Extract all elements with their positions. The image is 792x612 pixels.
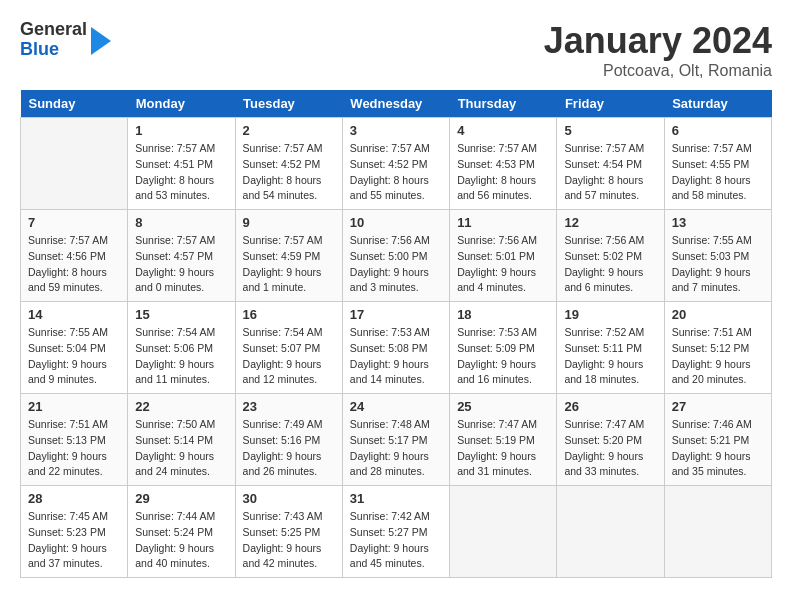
day-number: 1 <box>135 123 227 138</box>
calendar-day-cell <box>21 118 128 210</box>
day-info: Sunrise: 7:47 AMSunset: 5:19 PMDaylight:… <box>457 417 549 480</box>
day-info: Sunrise: 7:57 AMSunset: 4:55 PMDaylight:… <box>672 141 764 204</box>
day-number: 20 <box>672 307 764 322</box>
calendar-day-cell: 22Sunrise: 7:50 AMSunset: 5:14 PMDayligh… <box>128 394 235 486</box>
day-number: 22 <box>135 399 227 414</box>
day-info: Sunrise: 7:53 AMSunset: 5:08 PMDaylight:… <box>350 325 442 388</box>
day-number: 28 <box>28 491 120 506</box>
day-info: Sunrise: 7:43 AMSunset: 5:25 PMDaylight:… <box>243 509 335 572</box>
calendar-day-cell: 20Sunrise: 7:51 AMSunset: 5:12 PMDayligh… <box>664 302 771 394</box>
calendar-day-cell: 31Sunrise: 7:42 AMSunset: 5:27 PMDayligh… <box>342 486 449 578</box>
weekday-header: Thursday <box>450 90 557 118</box>
day-number: 7 <box>28 215 120 230</box>
day-number: 6 <box>672 123 764 138</box>
day-number: 30 <box>243 491 335 506</box>
day-number: 5 <box>564 123 656 138</box>
day-number: 25 <box>457 399 549 414</box>
weekday-header: Sunday <box>21 90 128 118</box>
day-number: 27 <box>672 399 764 414</box>
calendar-day-cell: 18Sunrise: 7:53 AMSunset: 5:09 PMDayligh… <box>450 302 557 394</box>
day-info: Sunrise: 7:55 AMSunset: 5:04 PMDaylight:… <box>28 325 120 388</box>
calendar-day-cell: 14Sunrise: 7:55 AMSunset: 5:04 PMDayligh… <box>21 302 128 394</box>
logo: General Blue <box>20 20 111 60</box>
calendar-day-cell: 9Sunrise: 7:57 AMSunset: 4:59 PMDaylight… <box>235 210 342 302</box>
day-info: Sunrise: 7:52 AMSunset: 5:11 PMDaylight:… <box>564 325 656 388</box>
weekday-header-row: SundayMondayTuesdayWednesdayThursdayFrid… <box>21 90 772 118</box>
day-info: Sunrise: 7:56 AMSunset: 5:01 PMDaylight:… <box>457 233 549 296</box>
calendar-day-cell <box>664 486 771 578</box>
day-info: Sunrise: 7:56 AMSunset: 5:02 PMDaylight:… <box>564 233 656 296</box>
day-number: 19 <box>564 307 656 322</box>
day-number: 24 <box>350 399 442 414</box>
calendar-day-cell: 27Sunrise: 7:46 AMSunset: 5:21 PMDayligh… <box>664 394 771 486</box>
calendar-day-cell: 25Sunrise: 7:47 AMSunset: 5:19 PMDayligh… <box>450 394 557 486</box>
day-info: Sunrise: 7:57 AMSunset: 4:51 PMDaylight:… <box>135 141 227 204</box>
calendar-day-cell: 7Sunrise: 7:57 AMSunset: 4:56 PMDaylight… <box>21 210 128 302</box>
day-info: Sunrise: 7:56 AMSunset: 5:00 PMDaylight:… <box>350 233 442 296</box>
weekday-header: Monday <box>128 90 235 118</box>
day-info: Sunrise: 7:55 AMSunset: 5:03 PMDaylight:… <box>672 233 764 296</box>
day-info: Sunrise: 7:51 AMSunset: 5:12 PMDaylight:… <box>672 325 764 388</box>
day-info: Sunrise: 7:49 AMSunset: 5:16 PMDaylight:… <box>243 417 335 480</box>
day-info: Sunrise: 7:57 AMSunset: 4:52 PMDaylight:… <box>350 141 442 204</box>
day-number: 31 <box>350 491 442 506</box>
day-info: Sunrise: 7:46 AMSunset: 5:21 PMDaylight:… <box>672 417 764 480</box>
day-number: 29 <box>135 491 227 506</box>
day-number: 2 <box>243 123 335 138</box>
calendar-day-cell: 28Sunrise: 7:45 AMSunset: 5:23 PMDayligh… <box>21 486 128 578</box>
calendar-day-cell: 10Sunrise: 7:56 AMSunset: 5:00 PMDayligh… <box>342 210 449 302</box>
page-header: General Blue January 2024 Potcoava, Olt,… <box>20 20 772 80</box>
day-info: Sunrise: 7:54 AMSunset: 5:07 PMDaylight:… <box>243 325 335 388</box>
day-info: Sunrise: 7:54 AMSunset: 5:06 PMDaylight:… <box>135 325 227 388</box>
calendar-day-cell: 13Sunrise: 7:55 AMSunset: 5:03 PMDayligh… <box>664 210 771 302</box>
day-info: Sunrise: 7:53 AMSunset: 5:09 PMDaylight:… <box>457 325 549 388</box>
day-number: 21 <box>28 399 120 414</box>
logo-arrow-icon <box>91 27 111 55</box>
weekday-header: Tuesday <box>235 90 342 118</box>
day-number: 14 <box>28 307 120 322</box>
day-info: Sunrise: 7:48 AMSunset: 5:17 PMDaylight:… <box>350 417 442 480</box>
calendar-day-cell: 12Sunrise: 7:56 AMSunset: 5:02 PMDayligh… <box>557 210 664 302</box>
calendar-day-cell: 5Sunrise: 7:57 AMSunset: 4:54 PMDaylight… <box>557 118 664 210</box>
day-number: 3 <box>350 123 442 138</box>
calendar-day-cell: 19Sunrise: 7:52 AMSunset: 5:11 PMDayligh… <box>557 302 664 394</box>
calendar-day-cell: 16Sunrise: 7:54 AMSunset: 5:07 PMDayligh… <box>235 302 342 394</box>
calendar-day-cell: 1Sunrise: 7:57 AMSunset: 4:51 PMDaylight… <box>128 118 235 210</box>
calendar-day-cell: 4Sunrise: 7:57 AMSunset: 4:53 PMDaylight… <box>450 118 557 210</box>
calendar-day-cell <box>450 486 557 578</box>
day-info: Sunrise: 7:47 AMSunset: 5:20 PMDaylight:… <box>564 417 656 480</box>
logo-general: General <box>20 20 87 40</box>
day-number: 12 <box>564 215 656 230</box>
calendar-week-row: 28Sunrise: 7:45 AMSunset: 5:23 PMDayligh… <box>21 486 772 578</box>
calendar-title: January 2024 <box>544 20 772 62</box>
calendar-day-cell: 2Sunrise: 7:57 AMSunset: 4:52 PMDaylight… <box>235 118 342 210</box>
day-info: Sunrise: 7:50 AMSunset: 5:14 PMDaylight:… <box>135 417 227 480</box>
calendar-week-row: 14Sunrise: 7:55 AMSunset: 5:04 PMDayligh… <box>21 302 772 394</box>
calendar-day-cell: 29Sunrise: 7:44 AMSunset: 5:24 PMDayligh… <box>128 486 235 578</box>
day-info: Sunrise: 7:45 AMSunset: 5:23 PMDaylight:… <box>28 509 120 572</box>
logo-text: General Blue <box>20 20 87 60</box>
calendar-day-cell: 23Sunrise: 7:49 AMSunset: 5:16 PMDayligh… <box>235 394 342 486</box>
calendar-day-cell: 15Sunrise: 7:54 AMSunset: 5:06 PMDayligh… <box>128 302 235 394</box>
day-number: 10 <box>350 215 442 230</box>
day-info: Sunrise: 7:57 AMSunset: 4:59 PMDaylight:… <box>243 233 335 296</box>
calendar-week-row: 1Sunrise: 7:57 AMSunset: 4:51 PMDaylight… <box>21 118 772 210</box>
calendar-day-cell: 3Sunrise: 7:57 AMSunset: 4:52 PMDaylight… <box>342 118 449 210</box>
day-info: Sunrise: 7:42 AMSunset: 5:27 PMDaylight:… <box>350 509 442 572</box>
weekday-header: Saturday <box>664 90 771 118</box>
calendar-day-cell: 6Sunrise: 7:57 AMSunset: 4:55 PMDaylight… <box>664 118 771 210</box>
day-number: 11 <box>457 215 549 230</box>
title-section: January 2024 Potcoava, Olt, Romania <box>544 20 772 80</box>
day-info: Sunrise: 7:57 AMSunset: 4:53 PMDaylight:… <box>457 141 549 204</box>
weekday-header: Wednesday <box>342 90 449 118</box>
day-info: Sunrise: 7:57 AMSunset: 4:52 PMDaylight:… <box>243 141 335 204</box>
calendar-day-cell: 24Sunrise: 7:48 AMSunset: 5:17 PMDayligh… <box>342 394 449 486</box>
weekday-header: Friday <box>557 90 664 118</box>
calendar-subtitle: Potcoava, Olt, Romania <box>544 62 772 80</box>
calendar-day-cell: 21Sunrise: 7:51 AMSunset: 5:13 PMDayligh… <box>21 394 128 486</box>
calendar-day-cell: 8Sunrise: 7:57 AMSunset: 4:57 PMDaylight… <box>128 210 235 302</box>
day-info: Sunrise: 7:57 AMSunset: 4:56 PMDaylight:… <box>28 233 120 296</box>
calendar-day-cell: 17Sunrise: 7:53 AMSunset: 5:08 PMDayligh… <box>342 302 449 394</box>
calendar-week-row: 7Sunrise: 7:57 AMSunset: 4:56 PMDaylight… <box>21 210 772 302</box>
day-info: Sunrise: 7:57 AMSunset: 4:57 PMDaylight:… <box>135 233 227 296</box>
